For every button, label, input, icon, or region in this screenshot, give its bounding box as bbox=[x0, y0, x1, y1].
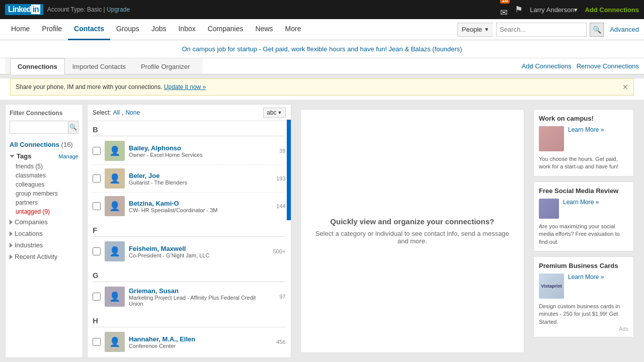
filter-title: Filter Connections bbox=[10, 110, 78, 117]
add-connections-link[interactable]: Add Connections bbox=[522, 62, 572, 70]
sort-dropdown[interactable]: abc ▼ bbox=[263, 108, 285, 118]
select-label: Select: bbox=[93, 109, 111, 116]
share-banner-close-button[interactable]: ✕ bbox=[622, 83, 628, 91]
nav-contacts[interactable]: Contacts bbox=[68, 19, 110, 40]
middle-description: Select a category or individual to see c… bbox=[311, 230, 514, 245]
top-right-nav: 28 ✉ ⚑ Larry Anderson▾ Add Connections bbox=[500, 1, 639, 18]
filter-companies[interactable]: Companies bbox=[10, 216, 78, 228]
checkbox-grieman[interactable] bbox=[93, 293, 101, 301]
right-panel: Work on campus! Learn More » You choose … bbox=[533, 109, 634, 353]
all-connections-filter[interactable]: All Connections (16) bbox=[10, 139, 78, 150]
notification-icon[interactable]: 28 ✉ bbox=[500, 1, 508, 18]
ad2-title: Free Social Media Review bbox=[539, 187, 628, 195]
industries-expand-icon bbox=[10, 243, 13, 248]
filter-tag-friends[interactable]: friends (5) bbox=[16, 162, 78, 171]
select-all-link[interactable]: All bbox=[113, 109, 120, 116]
share-banner-text: Share your phone, IM and more with your … bbox=[16, 83, 206, 90]
filter-tag-classmates[interactable]: classmates bbox=[16, 171, 78, 180]
conn-count-grieman: 97 bbox=[268, 294, 286, 300]
ad-business-cards: Premium Business Cards Vistaprint Learn … bbox=[533, 256, 634, 337]
conn-name-betzina[interactable]: Betzina, Kami-O bbox=[129, 200, 179, 207]
search-icon: 🔍 bbox=[593, 26, 601, 34]
filter-search-button[interactable]: 🔍 bbox=[68, 121, 78, 133]
nav-inbox[interactable]: Inbox bbox=[172, 19, 201, 40]
search-type-dropdown[interactable]: People ▼ bbox=[457, 23, 493, 37]
search-submit-button[interactable]: 🔍 bbox=[590, 23, 604, 37]
user-menu[interactable]: Larry Anderson▾ bbox=[530, 6, 578, 14]
nav-news[interactable]: News bbox=[250, 19, 279, 40]
filter-industries[interactable]: Industries bbox=[10, 239, 78, 251]
connection-hannaher: 👤 Hannaher, M.A., Ellen Conference Cente… bbox=[93, 328, 286, 355]
conn-name-beler[interactable]: Beler, Joe bbox=[129, 172, 159, 179]
ad3-description: Design custom business cards in minutes … bbox=[539, 303, 628, 326]
nav-jobs[interactable]: Jobs bbox=[145, 19, 173, 40]
remove-connections-link[interactable]: Remove Connections bbox=[577, 62, 639, 70]
logo-text: Linked bbox=[8, 5, 31, 14]
tab-imported-contacts[interactable]: Imported Contacts bbox=[65, 58, 133, 74]
conn-name-hannaher[interactable]: Hannaher, M.A., Ellen bbox=[129, 335, 195, 343]
ad2-learn-more-link[interactable]: Learn More » bbox=[563, 199, 599, 206]
upgrade-link[interactable]: Upgrade bbox=[107, 6, 130, 13]
ad3-learn-more-link[interactable]: Learn More » bbox=[568, 274, 604, 281]
ad1-title: Work on campus! bbox=[539, 115, 628, 122]
filter-locations[interactable]: Locations bbox=[10, 228, 78, 239]
top-bar: Linkedin Account Type: Basic | Upgrade 2… bbox=[0, 0, 644, 19]
filter-search-input[interactable] bbox=[10, 121, 68, 133]
advanced-search-link[interactable]: Advanced bbox=[610, 26, 639, 33]
checkbox-feisheim[interactable] bbox=[93, 247, 101, 255]
add-connections-top-link[interactable]: Add Connections bbox=[585, 6, 639, 14]
filter-tag-group-members[interactable]: group members bbox=[16, 189, 78, 198]
tabs-row: Connections Imported Contacts Profile Or… bbox=[0, 58, 644, 74]
account-type: Account Type: Basic | Upgrade bbox=[47, 6, 130, 13]
connections-list-panel: Select: All , None abc ▼ B 👤 Bailey, Alp… bbox=[87, 104, 291, 358]
filter-recent-activity[interactable]: Recent Activity bbox=[10, 251, 78, 262]
nav-home[interactable]: Home bbox=[5, 19, 36, 40]
avatar-beler: 👤 bbox=[105, 168, 125, 189]
conn-count-feisheim: 500+ bbox=[268, 248, 286, 254]
checkbox-hannaher[interactable] bbox=[93, 338, 101, 346]
nav-profile[interactable]: Profile bbox=[36, 19, 68, 40]
avatar-bailey: 👤 bbox=[105, 141, 125, 161]
share-banner: Share your phone, IM and more with your … bbox=[10, 78, 634, 96]
ad1-learn-more-link[interactable]: Learn More » bbox=[568, 126, 604, 133]
connection-bailey: 👤 Bailey, Alphonso Owner - Excel Home Se… bbox=[93, 137, 286, 165]
ads-label: Ads bbox=[539, 326, 628, 332]
avatar-hannaher: 👤 bbox=[105, 332, 125, 352]
connection-tabs: Connections Imported Contacts Profile Or… bbox=[5, 58, 203, 74]
conn-name-feisheim[interactable]: Feisheim, Maxwell bbox=[129, 245, 186, 252]
logo-in: in bbox=[31, 5, 40, 14]
ad-work-on-campus: Work on campus! Learn More » You choose … bbox=[533, 109, 634, 176]
logo-area: Linkedin Account Type: Basic | Upgrade bbox=[5, 4, 130, 15]
connection-betzina: 👤 Betzina, Kami-O CW- HR Specialist/Coor… bbox=[93, 193, 286, 220]
nav-groups[interactable]: Groups bbox=[110, 19, 145, 40]
checkbox-bailey[interactable] bbox=[93, 147, 101, 155]
scrollbar-thumb[interactable] bbox=[287, 120, 291, 220]
tab-profile-organizer[interactable]: Profile Organizer bbox=[133, 58, 198, 74]
letter-group-b: B 👤 Bailey, Alphonso Owner - Excel Home … bbox=[88, 121, 291, 222]
nav-more[interactable]: More bbox=[279, 19, 307, 40]
ad-banner-link[interactable]: On campus job for startup - Get paid, wo… bbox=[182, 45, 462, 53]
checkbox-beler[interactable] bbox=[93, 174, 101, 183]
flag-icon[interactable]: ⚑ bbox=[515, 4, 523, 15]
tab-connections[interactable]: Connections bbox=[10, 58, 65, 74]
tags-manage-link[interactable]: Manage bbox=[58, 153, 78, 159]
select-bar: Select: All , None abc ▼ bbox=[88, 105, 291, 121]
conn-name-bailey[interactable]: Bailey, Alphonso bbox=[129, 144, 181, 152]
navigation-bar: Home Profile Contacts Groups Jobs Inbox … bbox=[0, 19, 644, 40]
ad-banner: On campus job for startup - Get paid, wo… bbox=[0, 40, 644, 58]
nav-companies[interactable]: Companies bbox=[202, 19, 250, 40]
conn-title-bailey: Owner - Excel Home Services bbox=[129, 152, 264, 158]
tabs-actions: Add Connections Remove Connections bbox=[522, 62, 639, 74]
filter-tag-colleagues[interactable]: colleagues bbox=[16, 180, 78, 189]
chevron-down-icon: ▼ bbox=[484, 27, 489, 32]
conn-name-grieman[interactable]: Grieman, Susan bbox=[129, 287, 179, 295]
tags-collapse-icon[interactable] bbox=[10, 155, 15, 158]
filter-tag-untagged[interactable]: untagged (9) bbox=[16, 207, 78, 216]
update-now-link[interactable]: Update it now » bbox=[164, 83, 206, 90]
checkbox-betzina[interactable] bbox=[93, 202, 101, 210]
search-input[interactable] bbox=[496, 23, 587, 37]
ad3-thumbnail: Vistaprint bbox=[539, 274, 564, 299]
conn-count-hannaher: 456 bbox=[268, 339, 286, 345]
select-none-link[interactable]: None bbox=[125, 109, 140, 116]
filter-tag-partners[interactable]: partners bbox=[16, 198, 78, 207]
